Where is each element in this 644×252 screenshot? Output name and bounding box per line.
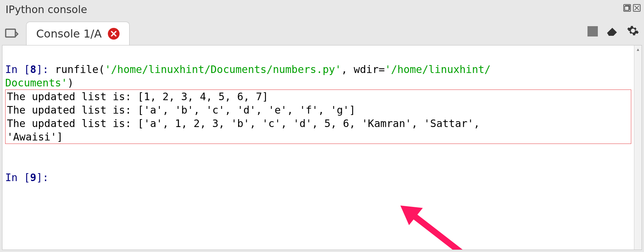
in-prompt-2-close: ]: — [36, 171, 55, 183]
runfile-close: ) — [68, 77, 74, 89]
close-panel-icon[interactable] — [633, 4, 641, 12]
ipython-console-panel: IPython console Console 1/A — [0, 0, 644, 252]
console-toolbar — [587, 24, 639, 39]
output-line-2: The updated list is: ['a', 'b', 'c', 'd'… — [7, 104, 355, 116]
in-prompt-number: 8 — [30, 63, 36, 75]
vertical-scrollbar[interactable]: ▴ — [634, 45, 642, 250]
in-prompt-close: ]: — [36, 63, 55, 75]
in-prompt-number-2: 9 — [30, 171, 36, 183]
window-controls — [623, 4, 641, 12]
highlighted-output: The updated list is: [1, 2, 3, 4, 5, 6, … — [5, 90, 631, 144]
tab-bar: Console 1/A — [0, 18, 644, 45]
options-icon[interactable] — [627, 24, 639, 38]
panel-title: IPython console — [0, 0, 644, 18]
svg-rect-0 — [6, 29, 16, 37]
browse-tabs-button[interactable] — [3, 25, 20, 42]
in-prompt: In [ — [5, 63, 30, 75]
runfile-path: '/home/linuxhint/Documents/numbers.py' — [105, 63, 341, 75]
clear-icon[interactable] — [605, 24, 619, 39]
console-area: In [8]: runfile('/home/linuxhint/Documen… — [2, 45, 642, 250]
stop-icon[interactable] — [587, 26, 598, 36]
tab-console-1a[interactable]: Console 1/A — [26, 22, 130, 45]
output-line-3: The updated list is: ['a', 1, 2, 3, 'b',… — [7, 117, 486, 143]
scroll-up-icon[interactable]: ▴ — [634, 45, 642, 53]
close-icon — [111, 31, 117, 37]
console-output[interactable]: In [8]: runfile('/home/linuxhint/Documen… — [2, 45, 634, 250]
runfile-call: runfile( — [55, 63, 105, 75]
output-line-1: The updated list is: [1, 2, 3, 4, 5, 6, … — [7, 91, 268, 103]
in-prompt-2: In [ — [5, 171, 30, 183]
restore-icon[interactable] — [623, 4, 631, 12]
panel-title-text: IPython console — [6, 3, 87, 15]
tab-close-button[interactable] — [108, 28, 120, 40]
tab-label: Console 1/A — [36, 27, 102, 40]
runfile-comma: , wdir= — [341, 63, 385, 75]
